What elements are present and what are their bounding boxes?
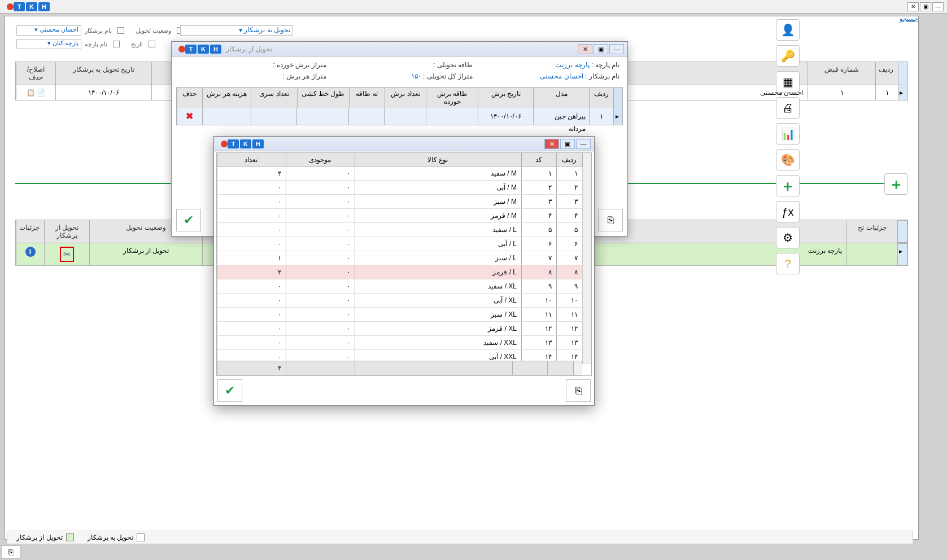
cell-qty[interactable]: ۲: [217, 167, 286, 180]
table-row[interactable]: ۴۴M / قرمز۰۰: [217, 209, 591, 223]
add-button[interactable]: ＋: [884, 173, 908, 195]
items-dialog: H K T — ▣ ✕ ردیف کد نوع کالا موجودی تعدا…: [213, 136, 595, 406]
tool-palette[interactable]: 🎨: [776, 149, 800, 170]
cell-idx: ۴: [556, 209, 582, 222]
cell-code: ۴: [521, 209, 556, 222]
gear-icon: ⚙: [783, 231, 793, 244]
tool-grid[interactable]: ▦: [776, 71, 800, 93]
col-row: ردیف: [875, 62, 898, 85]
row-pointer-header: [898, 62, 907, 85]
tool-settings[interactable]: ⚙: [776, 227, 800, 248]
table-row[interactable]: ۸۸L / قرمز۰۲: [217, 265, 591, 279]
tool-keys[interactable]: 🔑: [776, 45, 800, 67]
fabric-name-select[interactable]: پارچه کتان ▾: [16, 39, 81, 49]
cell-qty[interactable]: ۰: [217, 237, 286, 251]
cell-b[interactable]: [384, 108, 426, 125]
cutter-name-select[interactable]: احسان محسنی ▾: [16, 25, 81, 36]
cell-type: XL / سفید: [355, 279, 521, 293]
cell-c[interactable]: [348, 108, 384, 125]
table-row[interactable]: ۹۹XL / سفید۰۰: [217, 279, 591, 294]
cell-qty[interactable]: ۰: [217, 322, 286, 335]
table-row[interactable]: ۱۱M / سفید۰۲: [217, 167, 591, 181]
cell-type: M / سبز: [355, 195, 521, 208]
delete-x-icon[interactable]: ✖: [186, 111, 193, 121]
dialog-exit-button[interactable]: ⎘: [598, 209, 623, 231]
cell-idx: ۱: [589, 108, 613, 125]
tool-help[interactable]: ?: [776, 253, 800, 274]
cell-qty[interactable]: ۰: [217, 223, 286, 237]
status-label: وضعیت تحویل: [136, 27, 171, 34]
close-button[interactable]: ✕: [907, 2, 919, 11]
col-qty: تعداد: [217, 153, 286, 167]
col-code: کد: [521, 153, 556, 167]
cell-qty[interactable]: ۰: [217, 181, 286, 194]
tool-add[interactable]: ＋: [776, 175, 800, 196]
search-link[interactable]: جستجو: [900, 15, 918, 23]
dialog-minimize-button[interactable]: —: [576, 139, 591, 149]
cell-e[interactable]: [251, 108, 296, 125]
table-row[interactable]: ۱۳۱۳XXL / سفید۰۰: [217, 336, 591, 350]
dialog-ok-button[interactable]: ✔: [176, 209, 201, 231]
cell-qty[interactable]: ۰: [217, 279, 286, 293]
dialog-restore-button[interactable]: ▣: [560, 139, 575, 149]
table-row[interactable]: ۵۵L / سفید۰۰: [217, 223, 591, 237]
table-row[interactable]: ۱۰۱۰XL / آبی۰۰: [217, 294, 591, 308]
scrollbar[interactable]: [582, 167, 591, 362]
dialog-close-button[interactable]: ✕: [578, 44, 592, 54]
dialog-titlebar[interactable]: H K T — ▣ ✕: [214, 137, 594, 151]
cell-stock: ۰: [286, 237, 355, 251]
cell-code: ۵: [521, 223, 556, 237]
col-delete: حذف: [177, 88, 202, 108]
table-row[interactable]: ▸ ۱ پیراهن جین مردانه ۱۴۰۰/۱۰/۰۶ ✖: [177, 108, 622, 125]
side-toolbar: 👤 🔑 ▦ 🖨 📊 🎨 ＋ ƒx ⚙ ?: [769, 16, 803, 278]
restore-button[interactable]: ▣: [920, 2, 931, 11]
tool-fx[interactable]: ƒx: [776, 201, 800, 222]
cell-code: ۱۲: [521, 322, 556, 335]
cell-qty[interactable]: ۰: [217, 308, 286, 321]
cell-qty[interactable]: ۱: [217, 251, 286, 265]
dialog-close-button[interactable]: ✕: [544, 139, 559, 149]
scissors-icon[interactable]: [63, 249, 71, 260]
cell-code: ۲: [521, 181, 556, 194]
cell-a[interactable]: [426, 108, 478, 125]
cell-qty[interactable]: ۰: [217, 294, 286, 307]
cell-qty[interactable]: ۰: [217, 336, 286, 349]
cell-qty[interactable]: ۰: [217, 209, 286, 222]
table-row[interactable]: ۱۱۱۱XL / سبز۰۰: [217, 308, 591, 322]
cell-qty[interactable]: ۲: [217, 265, 286, 279]
tool-chart[interactable]: 📊: [776, 123, 800, 145]
table-row[interactable]: ۲۲M / آبی۰۰: [217, 181, 591, 195]
delete-icon[interactable]: 📋: [27, 89, 35, 97]
date-checkbox[interactable]: [149, 41, 155, 47]
dialog-restore-button[interactable]: ▣: [593, 44, 608, 54]
cell-f[interactable]: [202, 108, 251, 125]
table-row[interactable]: ۳۳M / سبز۰۰: [217, 195, 591, 209]
check-icon: ✔: [184, 213, 194, 228]
tool-add-user[interactable]: 👤: [776, 19, 800, 41]
cell-d[interactable]: [296, 108, 348, 125]
cell-qty[interactable]: ۰: [217, 195, 286, 208]
exit-app-button[interactable]: ⎘: [1, 545, 20, 559]
cutter-name-label: نام برشکار: [85, 27, 112, 34]
info-icon[interactable]: i: [25, 247, 36, 257]
tool-print[interactable]: 🖨: [776, 97, 800, 119]
per-metraj-label: متراژ هر برش :: [282, 72, 326, 80]
table-row[interactable]: ۷۷L / سبز۰۱: [217, 251, 591, 265]
cutter-name-checkbox[interactable]: [117, 27, 124, 34]
dialog-titlebar[interactable]: H K T تحویل از برشکار — ▣ ✕: [172, 42, 627, 56]
table-row[interactable]: ۱۲۱۲XL / قرمز۰۰: [217, 322, 591, 336]
delivery-type-select[interactable]: تحویل به برشکار ▾: [180, 25, 293, 36]
table-row[interactable]: ۶۶L / آبی۰۰: [217, 237, 591, 251]
delivery-type-dropdown-row: تحویل به برشکار ▾: [180, 25, 636, 36]
minimize-button[interactable]: —: [932, 2, 944, 11]
dialog-ok-button[interactable]: ✔: [217, 379, 242, 402]
cell-code: ۹: [521, 279, 556, 293]
fabric-name-checkbox[interactable]: [113, 41, 120, 47]
dialog-minimize-button[interactable]: —: [609, 44, 624, 54]
cell-stock: ۰: [286, 279, 355, 293]
cell-stock: ۰: [286, 308, 355, 321]
cell-code: ۳: [521, 195, 556, 208]
edit-icon[interactable]: 📄: [37, 89, 45, 97]
cell-type: L / قرمز: [355, 265, 521, 279]
dialog-exit-button[interactable]: ⎘: [566, 379, 591, 402]
